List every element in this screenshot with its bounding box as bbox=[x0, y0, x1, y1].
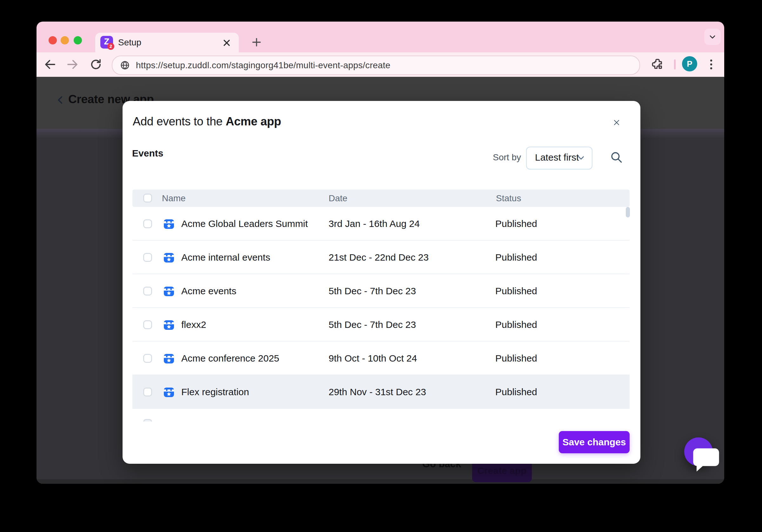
event-name: Acme events bbox=[181, 274, 236, 308]
column-header-status: Status bbox=[496, 190, 521, 207]
event-row[interactable]: flexx25th Dec - 7th Dec 23Published bbox=[132, 308, 630, 342]
browser-toolbar: https://setup.zuddl.com/stagingorg41be/m… bbox=[37, 52, 724, 77]
browser-tab[interactable]: Z 2 Setup bbox=[95, 33, 239, 52]
event-name: Acme internal events bbox=[181, 241, 270, 274]
row-checkbox[interactable] bbox=[143, 388, 152, 397]
events-section-label: Events bbox=[132, 148, 163, 159]
chevron-down-icon bbox=[577, 154, 585, 162]
row-checkbox[interactable] bbox=[143, 287, 152, 295]
event-status: Published bbox=[495, 308, 537, 342]
event-status: Published bbox=[495, 207, 537, 241]
event-calendar-icon bbox=[164, 286, 174, 296]
profile-avatar[interactable]: P bbox=[682, 56, 697, 71]
table-header-row: Name Date Status bbox=[132, 190, 630, 207]
tab-search-chevron-button[interactable] bbox=[704, 29, 721, 45]
forward-icon[interactable] bbox=[66, 58, 79, 71]
event-calendar-icon bbox=[164, 387, 174, 397]
reload-icon[interactable] bbox=[89, 58, 103, 71]
sort-by-label: Sort by bbox=[459, 152, 521, 163]
row-checkbox[interactable] bbox=[143, 320, 152, 329]
modal-title-app-name: Acme app bbox=[226, 115, 281, 128]
row-checkbox[interactable] bbox=[143, 219, 152, 228]
toolbar-divider bbox=[674, 59, 676, 69]
modal-close-icon[interactable] bbox=[610, 115, 624, 129]
event-date: 5th Dec - 7th Dec 23 bbox=[329, 308, 416, 342]
modal-title-prefix: Add events to the bbox=[133, 115, 226, 128]
event-date: 9th Oct - 10th Oct 24 bbox=[329, 342, 417, 375]
table-body: Acme Global Leaders Summit3rd Jan - 16th… bbox=[132, 207, 630, 421]
event-calendar-icon bbox=[164, 319, 174, 330]
event-row[interactable]: Acme Global Leaders Summit3rd Jan - 16th… bbox=[132, 207, 630, 241]
browser-menu-dots-icon[interactable] bbox=[705, 58, 718, 71]
tab-close-icon[interactable] bbox=[222, 38, 232, 48]
event-date: 5th Dec - 7th Dec 23 bbox=[329, 274, 416, 308]
back-icon[interactable] bbox=[43, 58, 57, 71]
tab-strip: Z 2 Setup bbox=[37, 22, 724, 52]
event-status: Published bbox=[495, 274, 537, 308]
event-name: Acme Global Leaders Summit bbox=[181, 207, 308, 241]
page-back-chevron-icon[interactable] bbox=[55, 95, 66, 106]
event-name: Flex registration bbox=[181, 375, 249, 409]
event-row[interactable]: Flex registration29th Nov - 31st Dec 23P… bbox=[132, 375, 630, 409]
search-icon[interactable] bbox=[610, 150, 623, 164]
event-row[interactable]: Acme internal events21st Dec - 22nd Dec … bbox=[132, 241, 630, 274]
event-row[interactable]: Acme events5th Dec - 7th Dec 23Published bbox=[132, 274, 630, 308]
event-date: 29th Nov - 31st Dec 23 bbox=[329, 375, 426, 409]
traffic-light-minimize[interactable] bbox=[61, 36, 69, 44]
event-row[interactable]: Acme conference 20259th Oct - 10th Oct 2… bbox=[132, 342, 630, 375]
event-name: flexx2 bbox=[181, 308, 206, 342]
event-status: Published bbox=[495, 342, 537, 375]
event-status: Published bbox=[495, 375, 537, 409]
modal-title: Add events to the Acme app bbox=[133, 115, 281, 128]
site-info-globe-icon[interactable] bbox=[120, 60, 130, 70]
sort-dropdown-value: Latest first bbox=[535, 147, 579, 168]
row-checkbox[interactable] bbox=[143, 253, 152, 262]
traffic-light-close[interactable] bbox=[48, 36, 57, 44]
row-checkbox[interactable] bbox=[143, 354, 152, 363]
event-date: 21st Dec - 22nd Dec 23 bbox=[329, 241, 429, 274]
url-text[interactable]: https://setup.zuddl.com/stagingorg41be/m… bbox=[136, 56, 391, 74]
event-calendar-icon bbox=[164, 218, 174, 229]
chat-bubble-icon bbox=[693, 448, 719, 472]
add-events-modal: Add events to the Acme app Events Sort b… bbox=[122, 101, 641, 464]
tab-title: Setup bbox=[118, 33, 141, 52]
favicon-badge: 2 bbox=[107, 43, 114, 50]
traffic-light-zoom[interactable] bbox=[74, 36, 82, 44]
event-date: 3rd Jan - 16th Aug 24 bbox=[329, 207, 420, 241]
zuddl-favicon-icon: Z 2 bbox=[100, 36, 113, 48]
event-name: Acme conference 2025 bbox=[181, 342, 279, 375]
extensions-puzzle-icon[interactable] bbox=[651, 58, 664, 71]
new-tab-button[interactable] bbox=[250, 36, 263, 48]
next-row-checkbox-partial[interactable] bbox=[143, 419, 152, 421]
table-scrollbar-thumb[interactable] bbox=[626, 207, 630, 217]
event-status: Published bbox=[495, 241, 537, 274]
save-changes-button[interactable]: Save changes bbox=[559, 431, 630, 453]
column-header-name: Name bbox=[162, 190, 186, 207]
column-header-date: Date bbox=[329, 190, 347, 207]
event-calendar-icon bbox=[164, 353, 174, 364]
address-bar[interactable]: https://setup.zuddl.com/stagingorg41be/m… bbox=[112, 55, 640, 75]
page-bottom-edge bbox=[37, 479, 724, 484]
event-calendar-icon bbox=[164, 252, 174, 263]
select-all-checkbox[interactable] bbox=[143, 193, 152, 202]
browser-window: Z 2 Setup https://setup bbox=[37, 22, 724, 484]
chat-fab-button[interactable] bbox=[684, 437, 713, 466]
sort-dropdown[interactable]: Latest first bbox=[526, 147, 592, 170]
